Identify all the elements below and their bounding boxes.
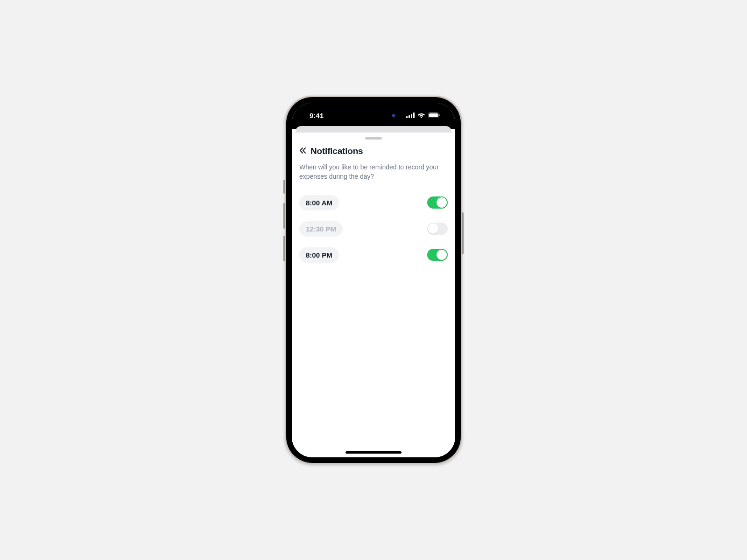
reminder-row: 8:00 PM [299, 242, 448, 268]
svg-rect-2 [411, 114, 412, 118]
reminder-row: 12:30 PM [299, 216, 448, 242]
svg-rect-6 [439, 114, 440, 116]
page-description: When will you like to be reminded to rec… [299, 163, 439, 181]
svg-rect-5 [429, 113, 438, 117]
phone-screen: 9:41 [292, 103, 455, 457]
svg-rect-0 [406, 116, 408, 118]
sheet-header: Notifications [299, 146, 448, 156]
back-button[interactable] [299, 147, 307, 156]
toggle-knob [428, 224, 438, 234]
camera-dot-icon [392, 114, 396, 118]
time-pill[interactable]: 12:30 PM [299, 221, 343, 237]
phone-bezel: 9:41 [286, 97, 461, 463]
phone-frame: 9:41 [285, 96, 462, 464]
side-button [283, 203, 285, 229]
time-pill[interactable]: 8:00 AM [299, 195, 339, 210]
reminder-toggle[interactable] [427, 249, 448, 261]
sheet-grabber[interactable] [365, 137, 382, 140]
wifi-icon [417, 112, 425, 118]
side-button [462, 212, 464, 254]
cellular-icon [406, 112, 415, 118]
status-icons [406, 110, 443, 118]
reminder-row: 8:00 AM [299, 189, 448, 216]
home-indicator[interactable] [345, 451, 402, 454]
status-time: 9:41 [304, 109, 324, 119]
svg-rect-3 [413, 112, 415, 118]
battery-icon [428, 112, 440, 118]
reminder-list: 8:00 AM12:30 PM8:00 PM [299, 189, 448, 268]
page-title: Notifications [310, 146, 363, 156]
dynamic-island [347, 108, 401, 123]
time-pill[interactable]: 8:00 PM [299, 247, 339, 263]
side-button [283, 180, 285, 194]
reminder-toggle[interactable] [427, 196, 448, 209]
toggle-knob [437, 250, 447, 260]
side-button [283, 236, 285, 261]
toggle-knob [437, 197, 447, 208]
svg-rect-1 [409, 115, 410, 118]
reminder-toggle[interactable] [427, 223, 448, 235]
notifications-sheet: Notifications When will you like to be r… [292, 133, 455, 457]
